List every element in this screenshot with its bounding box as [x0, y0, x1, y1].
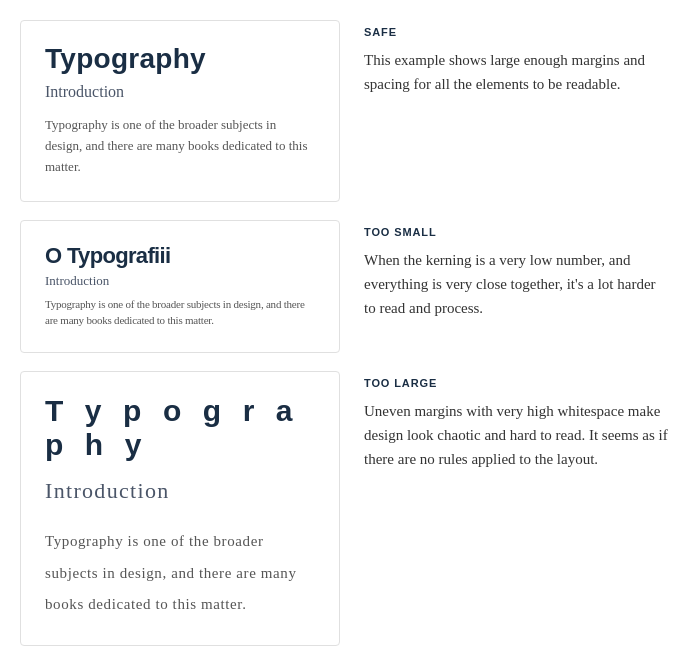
status-text-safe: This example shows large enough margins …: [364, 48, 669, 96]
card-toolarge-subtitle: Introduction: [45, 478, 315, 504]
status-text-toolarge: Uneven margins with very high whitespace…: [364, 399, 669, 471]
card-toolarge: T y p o g r a p h y Introduction Typogra…: [20, 371, 340, 646]
card-toolarge-title: T y p o g r a p h y: [45, 394, 315, 462]
status-label-toosmall: TOO SMALL: [364, 226, 669, 238]
row-safe: Typography Introduction Typography is on…: [20, 20, 669, 202]
card-toosmall: O Typografiii Introduction Typography is…: [20, 220, 340, 353]
status-label-safe: SAFE: [364, 26, 669, 38]
card-toolarge-body: Typography is one of the broader subject…: [45, 526, 315, 621]
card-safe-subtitle: Introduction: [45, 83, 315, 101]
card-safe-body: Typography is one of the broader subject…: [45, 115, 315, 177]
row-toosmall: O Typografiii Introduction Typography is…: [20, 220, 669, 353]
row-toolarge: T y p o g r a p h y Introduction Typogra…: [20, 371, 669, 646]
explanation-toosmall: TOO SMALL When the kerning is a very low…: [364, 220, 669, 320]
card-safe-title: Typography: [45, 43, 315, 75]
card-safe: Typography Introduction Typography is on…: [20, 20, 340, 202]
status-text-toosmall: When the kerning is a very low number, a…: [364, 248, 669, 320]
card-toosmall-body: Typography is one of the broader subject…: [45, 297, 315, 328]
card-toosmall-subtitle: Introduction: [45, 273, 315, 289]
card-toosmall-title: O Typografiii: [45, 243, 315, 269]
explanation-toolarge: TOO LARGE Uneven margins with very high …: [364, 371, 669, 471]
explanation-safe: SAFE This example shows large enough mar…: [364, 20, 669, 96]
status-label-toolarge: TOO LARGE: [364, 377, 669, 389]
